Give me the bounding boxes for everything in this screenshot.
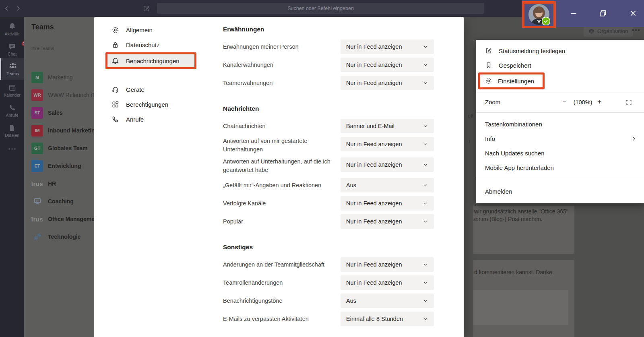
- menu-item-settings[interactable]: Einstellungen: [478, 72, 545, 89]
- setting-dropdown[interactable]: Einmal alle 8 Stunden: [341, 312, 434, 326]
- team-row[interactable]: Technologie: [24, 228, 94, 246]
- setting-row: Populär Nur in Feed anzeigen: [223, 214, 434, 229]
- setting-dropdown[interactable]: Nur in Feed anzeigen: [341, 39, 434, 54]
- team-row[interactable]: GT Globales Team: [24, 139, 94, 157]
- settings-nav-label: Anrufe: [126, 116, 144, 123]
- settings-nav-label: Geräte: [126, 86, 144, 93]
- organisation-label: Organisation: [597, 28, 628, 34]
- menu-item-status[interactable]: Statusmeldung festlegen: [476, 43, 644, 58]
- dropdown-value: Einmal alle 8 Stunden: [346, 316, 403, 322]
- team-logo: īrus: [31, 178, 43, 190]
- back-icon[interactable]: [3, 5, 10, 12]
- setting-dropdown[interactable]: Nur in Feed anzeigen: [341, 214, 434, 229]
- rail-item-more[interactable]: [0, 143, 24, 155]
- team-row[interactable]: ST Sales: [24, 104, 94, 122]
- dropdown-value: Nur in Feed anzeigen: [346, 218, 402, 225]
- setting-row: Antworten auf Unterhaltungen, auf die ic…: [223, 157, 434, 174]
- setting-dropdown[interactable]: Aus: [341, 294, 434, 308]
- rail-item-calls[interactable]: Anrufe: [0, 101, 24, 121]
- setting-label: Änderungen an der Teammitgliedschaft: [223, 257, 341, 272]
- rail-label: Dateien: [5, 133, 19, 138]
- lock-icon: [111, 41, 119, 49]
- zoom-label: Zoom: [485, 99, 500, 105]
- setting-label: „Gefällt mir“-Angaben und Reaktionen: [223, 178, 341, 192]
- setting-label: Populär: [223, 214, 341, 229]
- team-row[interactable]: Coaching: [24, 192, 94, 210]
- team-avatar: ET: [31, 160, 43, 172]
- rail-item-teams[interactable]: Teams: [0, 58, 24, 80]
- setting-dropdown[interactable]: Banner und E-Mail: [341, 119, 434, 133]
- menu-item-label: Info: [485, 135, 495, 142]
- menu-item-signout[interactable]: Abmelden: [476, 184, 644, 198]
- settings-nav-devices[interactable]: Geräte: [105, 82, 196, 97]
- settings-nav-permissions[interactable]: Berechtigungen: [105, 97, 196, 112]
- setting-dropdown[interactable]: Nur in Feed anzeigen: [341, 257, 434, 272]
- team-row[interactable]: īrus HR: [24, 175, 94, 192]
- team-row[interactable]: WR WWW Relaunch iTrus: [24, 86, 94, 104]
- setting-row: Kanalerwähnungen Nur in Feed anzeigen: [223, 58, 434, 72]
- gear-icon: [111, 26, 119, 34]
- minimize-icon[interactable]: [570, 9, 578, 17]
- menu-item-info[interactable]: Info: [476, 131, 644, 146]
- menu-item-download-mobile[interactable]: Mobile App herunterladen: [476, 160, 644, 175]
- setting-dropdown[interactable]: Nur in Feed anzeigen: [341, 275, 434, 290]
- teams-icon: [9, 62, 17, 70]
- rail-item-chat[interactable]: 1 Chat: [0, 39, 24, 60]
- settings-content: Erwähnungen Erwähnungen meiner Person Nu…: [223, 26, 434, 330]
- setting-label: Chatnachrichten: [223, 119, 341, 133]
- zoom-out-button[interactable]: −: [562, 98, 567, 106]
- team-row[interactable]: ET Entwicklung: [24, 157, 94, 175]
- organisation-button[interactable]: Organisation: [584, 25, 633, 37]
- background-reply-box: [473, 290, 568, 325]
- compose-icon[interactable]: [142, 4, 151, 12]
- gear-icon: [485, 77, 492, 85]
- team-name: Globales Team: [48, 145, 88, 151]
- forward-icon[interactable]: [14, 5, 22, 12]
- bell-icon: [111, 57, 119, 65]
- rail-item-files[interactable]: Dateien: [0, 121, 24, 141]
- settings-nav-label: Berechtigungen: [126, 101, 168, 108]
- setting-dropdown[interactable]: Nur in Feed anzeigen: [341, 137, 434, 151]
- setting-dropdown[interactable]: Nur in Feed anzeigen: [341, 58, 434, 72]
- setting-dropdown[interactable]: Nur in Feed anzeigen: [341, 76, 434, 90]
- menu-item-shortcuts[interactable]: Tastenkombinationen: [476, 117, 644, 131]
- search-input[interactable]: Suchen oder Befehl eingeben: [157, 3, 484, 14]
- setting-dropdown[interactable]: Nur in Feed anzeigen: [341, 196, 434, 211]
- settings-nav-notifications[interactable]: Benachrichtigungen: [105, 52, 196, 69]
- organisation-icon: [588, 28, 594, 34]
- rail-label: Chat: [8, 52, 17, 56]
- setting-row: Verfolgte Kanäle Nur in Feed anzeigen: [223, 196, 434, 211]
- menu-item-saved[interactable]: Gespeichert: [476, 58, 644, 72]
- profile-avatar[interactable]: [522, 1, 556, 28]
- dropdown-value: Aus: [346, 298, 356, 304]
- setting-dropdown[interactable]: Aus: [341, 178, 434, 192]
- team-row[interactable]: IM Inbound Marketing: [24, 122, 94, 139]
- setting-row: Teamrollenänderungen Nur in Feed anzeige…: [223, 275, 434, 290]
- team-row[interactable]: īrus Office Management: [24, 210, 94, 228]
- setting-dropdown[interactable]: Nur in Feed anzeigen: [341, 157, 434, 172]
- close-icon[interactable]: [629, 9, 637, 17]
- rail-item-calendar[interactable]: Kalender: [0, 81, 24, 101]
- zoom-in-button[interactable]: +: [597, 98, 602, 106]
- more-options-icon[interactable]: •••: [632, 27, 641, 33]
- fullscreen-icon[interactable]: [625, 99, 632, 106]
- settings-nav-privacy[interactable]: Datenschutz: [105, 37, 196, 52]
- menu-item-check-updates[interactable]: Nach Updates suchen: [476, 146, 644, 160]
- teams-section-label: Ihre Teams: [31, 46, 54, 51]
- setting-label: E-Mails zu verpassten Aktivitäten: [223, 312, 341, 326]
- rail-item-activity[interactable]: Aktivität: [0, 19, 24, 39]
- team-name: Coaching: [48, 198, 74, 205]
- settings-nav-label: Benachrichtigungen: [126, 58, 180, 64]
- settings-nav-calls[interactable]: Anrufe: [105, 112, 196, 127]
- menu-item-label: Gespeichert: [499, 62, 531, 69]
- maximize-icon[interactable]: [599, 9, 607, 17]
- settings-nav-general[interactable]: Allgemein: [105, 23, 196, 37]
- rail-label: Teams: [6, 71, 19, 76]
- setting-label: Kanalerwähnungen: [223, 58, 341, 72]
- team-row[interactable]: M Marketing: [24, 68, 94, 86]
- titlebar: Suchen oder Befehl eingeben: [0, 0, 523, 17]
- setting-row: „Gefällt mir“-Angaben und Reaktionen Aus: [223, 178, 434, 192]
- dropdown-value: Banner und E-Mail: [346, 123, 394, 129]
- section-heading: Nachrichten: [223, 105, 434, 112]
- status-available-icon: [542, 17, 550, 25]
